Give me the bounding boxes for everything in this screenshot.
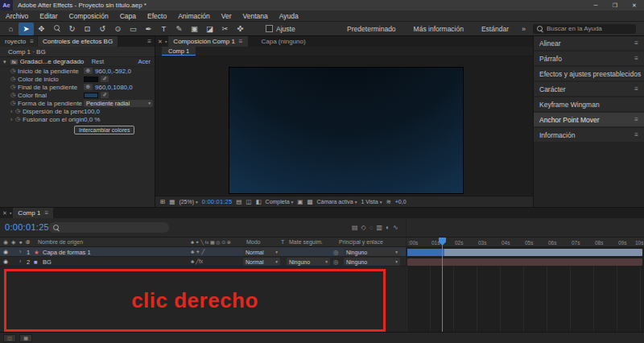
panel-efectos-y-ajustes[interactable]: Efectos y ajustes preestablecidos — [534, 67, 644, 81]
panel-keyframe-wingman[interactable]: Keyframe Wingman — [534, 97, 644, 111]
type-tool[interactable]: T — [156, 23, 171, 35]
orbit-camera-tool[interactable]: ↻ — [64, 23, 80, 35]
panel-anchor-point-mover[interactable]: Anchor Point Mover ≡ — [534, 113, 644, 126]
menu-archivo[interactable]: Archivo — [0, 10, 34, 22]
layer-visibility-toggle[interactable]: ◉ — [3, 258, 8, 265]
workspace-overflow-icon[interactable]: » — [518, 25, 530, 33]
twirl-icon[interactable]: › — [19, 258, 21, 264]
panel-parrafo[interactable]: Párrafo ≡ — [534, 52, 644, 65]
chevron-down-icon[interactable]: ▾ — [3, 59, 8, 65]
eyedropper-icon[interactable]: ✐ — [101, 76, 109, 82]
parent-column-header[interactable]: Principal y enlace — [339, 239, 383, 245]
tab-timeline-comp1[interactable]: Comp 1 ≡ — [13, 208, 53, 218]
stopwatch-icon[interactable]: ◷ — [10, 92, 18, 98]
effect-name[interactable]: Gradaci...e degradado — [20, 58, 89, 65]
brush-tool[interactable]: ✎ — [171, 23, 187, 35]
view-layout-select[interactable]: 1 Vista ▾ — [361, 199, 382, 205]
composition-canvas[interactable] — [229, 68, 463, 193]
snap-checkbox[interactable] — [266, 25, 273, 32]
blend-mode-select[interactable]: Normal ▾ — [243, 248, 280, 256]
viewer-tab-comp1[interactable]: Comp 1 — [162, 47, 196, 56]
roto-brush-tool[interactable]: ✂ — [217, 23, 233, 35]
menu-composicion[interactable]: Composición — [64, 10, 114, 22]
composition-viewer[interactable] — [155, 56, 533, 196]
zoom-tool[interactable] — [49, 23, 64, 35]
layer-switches[interactable]: ♣ ╱fx — [191, 258, 203, 265]
layer-visibility-toggle[interactable]: ◉ — [3, 249, 8, 255]
track-matte-select[interactable]: Ninguno ▾ — [287, 258, 330, 266]
puppet-pin-tool[interactable]: ✜ — [233, 23, 248, 35]
transfer-controls-toggle-icon[interactable]: ▦ — [19, 334, 32, 342]
menu-animacion[interactable]: Animación — [172, 10, 216, 22]
layer-switches[interactable]: ♣ ✦ ╱ — [191, 249, 204, 255]
panel-menu-icon[interactable]: ≡ — [30, 38, 34, 45]
frame-blending-icon[interactable]: ▥ — [376, 224, 382, 231]
menu-capa[interactable]: Capa — [114, 10, 142, 22]
close-icon[interactable]: ✕ — [155, 39, 165, 45]
graph-editor-icon[interactable]: ∿ — [393, 224, 398, 231]
track-matte-column-header[interactable]: Mate seguim. — [289, 239, 323, 245]
stopwatch-icon[interactable]: ◷ — [15, 108, 23, 114]
color-swatch[interactable] — [84, 93, 98, 98]
eraser-tool[interactable]: ◪ — [202, 23, 217, 35]
clone-stamp-tool[interactable]: ▣ — [187, 23, 202, 35]
pan-behind-tool[interactable]: ⊙ — [110, 23, 126, 35]
workspace-predeterminado[interactable]: Predeterminado — [338, 25, 404, 33]
close-button[interactable]: ✕ — [625, 0, 644, 10]
menu-ver[interactable]: Ver — [216, 10, 237, 22]
point-icon[interactable]: ⊕ — [84, 68, 93, 74]
expand-icon[interactable]: ⊞ — [160, 198, 165, 205]
grid-guides-icon[interactable]: ▦ — [169, 198, 175, 205]
active-camera-select[interactable]: Cámara activa ▾ — [317, 199, 357, 205]
shape-layer-icon[interactable]: ★ — [34, 249, 39, 256]
panel-menu-icon[interactable]: ≡ — [44, 209, 48, 217]
solid-layer-icon[interactable]: ■ — [34, 258, 38, 266]
layer-row-bg[interactable]: ◉ › 2 ■ BG ♣ ╱fx Normal ▾ Ninguno ▾ ◎ Ni… — [0, 257, 406, 267]
source-name-column-header[interactable]: Nombre de origen — [38, 239, 83, 245]
property-value[interactable]: 960,0,1080,0 — [95, 84, 133, 91]
menu-efecto[interactable]: Efecto — [142, 10, 172, 22]
point-icon[interactable]: ⊕ — [84, 84, 93, 90]
playhead-line[interactable] — [442, 238, 443, 332]
mode-column-header[interactable]: Modo — [246, 239, 261, 245]
menu-editar[interactable]: Editar — [34, 10, 63, 22]
region-of-interest-icon[interactable]: ▣ — [297, 198, 303, 205]
workspace-estandar[interactable]: Estándar — [473, 25, 518, 33]
rotation-tool[interactable]: ↺ — [95, 23, 110, 35]
exposure-value[interactable]: +0,0 — [395, 199, 407, 205]
fx-badge[interactable]: fx — [10, 60, 18, 64]
tab-proyecto[interactable]: royecto ≡ — [0, 36, 37, 47]
shape-tool[interactable]: ▭ — [126, 23, 141, 35]
pickwhip-icon[interactable]: ◎ — [333, 258, 339, 266]
property-value[interactable]: 0,0 % — [84, 116, 100, 123]
composition-mini-flowchart-icon[interactable]: ▤ — [352, 224, 358, 231]
layer-row-capa-de-formas[interactable]: ◉ › 1 ★ Capa de formas 1 ♣ ✦ ╱ Normal ▾ … — [0, 247, 406, 257]
unified-camera-tool[interactable]: ⊡ — [80, 23, 95, 35]
panel-menu-icon[interactable]: ≡ — [634, 131, 638, 138]
menu-ventana[interactable]: Ventana — [237, 10, 274, 22]
eyedropper-icon[interactable]: ✐ — [101, 92, 109, 98]
selection-tool[interactable]: ➤ — [19, 23, 34, 35]
shy-layers-icon[interactable]: ◌ — [369, 224, 374, 231]
layer-switches-toggle-icon[interactable]: ◫ — [3, 334, 16, 342]
panel-alinear[interactable]: Alinear ≡ — [534, 36, 644, 50]
tab-composicion-comp1[interactable]: Composición Comp 1 ≡ — [168, 36, 247, 47]
parent-select[interactable]: Ninguno ▾ — [344, 258, 400, 266]
transparency-grid-icon[interactable]: ▩ — [307, 198, 312, 205]
timeline-search-input[interactable] — [48, 222, 169, 233]
help-search-input[interactable]: Buscar en la Ayuda — [533, 24, 636, 34]
tab-controles-de-efectos[interactable]: Controles de efectos BG — [38, 36, 118, 47]
draft-3d-icon[interactable]: ◇ — [361, 224, 366, 231]
pen-tool[interactable]: ✒ — [141, 23, 156, 35]
layer-name[interactable]: Capa de formas 1 — [43, 249, 91, 256]
stopwatch-icon[interactable]: ◷ — [10, 100, 18, 106]
current-timecode[interactable]: 0:00:01:25 — [5, 222, 49, 232]
hand-tool[interactable]: ✥ — [34, 23, 49, 35]
maximize-button[interactable]: ❐ — [605, 0, 625, 10]
parent-select[interactable]: Ninguno ▾ — [344, 248, 400, 256]
menu-ayuda[interactable]: Ayuda — [274, 10, 304, 22]
pickwhip-icon[interactable]: ◎ — [333, 249, 339, 256]
resolution-select[interactable]: Completa ▾ — [266, 199, 294, 205]
color-swatch[interactable] — [84, 76, 98, 82]
magnification-select[interactable]: (25%) ▾ — [179, 199, 197, 205]
